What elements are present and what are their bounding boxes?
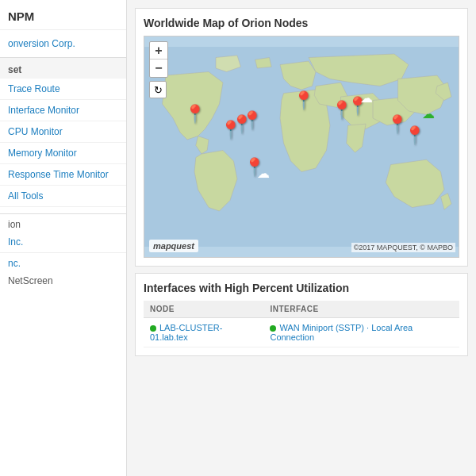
world-map: [144, 36, 459, 257]
interfaces-section: Interfaces with High Percent Utilization…: [135, 273, 468, 356]
sidebar-footer-block: nc. NetScreen: [0, 252, 126, 291]
map-refresh-button[interactable]: ↻: [149, 81, 167, 98]
node-status-dot: [150, 325, 156, 332]
sidebar-section2: ion Inc.: [0, 213, 126, 252]
sidebar-item-interface-monitor[interactable]: Interface Monitor: [0, 100, 126, 121]
interfaces-tbody: LAB-CLUSTER-01.lab.texWAN Miniport (SSTP…: [144, 318, 459, 347]
cloud-marker-3: ☁: [422, 106, 435, 121]
sidebar-nav: Trace RouteInterface MonitorCPU MonitorM…: [0, 79, 126, 207]
sidebar-footer-line2: NetScreen: [0, 274, 126, 291]
map-section: Worldwide Map of Orion Nodes: [135, 8, 468, 267]
interface-cell: WAN Miniport (SSTP) · Local Area Connect…: [263, 318, 459, 347]
map-copyright: ©2017 MAPQUEST, © MAPBO: [351, 243, 455, 252]
col-header-interface: INTERFACE: [263, 301, 459, 318]
interface-name[interactable]: WAN Miniport (SSTP) · Local Area Connect…: [270, 323, 413, 342]
sidebar-item-response-time-monitor[interactable]: Response Time Monitor: [0, 164, 126, 186]
sidebar-header: NPM: [0, 0, 126, 30]
mapquest-logo: mapquest: [149, 240, 198, 252]
sidebar-item-all-tools[interactable]: All Tools: [0, 186, 126, 207]
table-header-row: NODE INTERFACE: [144, 301, 459, 318]
cloud-marker-1: ☁: [257, 166, 270, 181]
main-content: Worldwide Map of Orion Nodes: [127, 0, 476, 476]
sidebar-item-cpu-monitor[interactable]: CPU Monitor: [0, 121, 126, 143]
sidebar-toolset-label: set: [0, 57, 126, 79]
interfaces-table: NODE INTERFACE LAB-CLUSTER-01.lab.texWAN…: [144, 301, 459, 347]
sidebar-footer-line1[interactable]: nc.: [0, 252, 126, 274]
map-pin-red-3[interactable]: 📍: [241, 110, 263, 131]
sidebar-company[interactable]: onversion Corp.: [0, 30, 126, 57]
map-zoom-controls: + −: [149, 41, 168, 78]
cloud-marker-2: ☁: [360, 90, 373, 106]
sidebar-org-line2[interactable]: Inc.: [0, 235, 126, 252]
sidebar-item-memory-monitor[interactable]: Memory Monitor: [0, 143, 126, 164]
sidebar-org-line1: ion: [0, 214, 126, 235]
interface-status-dot: [270, 325, 276, 332]
table-row: LAB-CLUSTER-01.lab.texWAN Miniport (SSTP…: [144, 318, 459, 347]
node-name[interactable]: LAB-CLUSTER-01.lab.tex: [150, 323, 222, 342]
map-pin-green-2[interactable]: 📍: [293, 90, 314, 111]
sidebar: NPM onversion Corp. set Trace RouteInter…: [0, 0, 127, 476]
map-pin-green-7[interactable]: 📍: [404, 125, 425, 146]
node-cell: LAB-CLUSTER-01.lab.tex: [144, 318, 263, 347]
map-pin-green-1[interactable]: 📍: [184, 104, 205, 125]
map-title: Worldwide Map of Orion Nodes: [144, 17, 459, 29]
map-container: + − ↻ 📍 📍 📍 📍 📍 ☁ 📍 📍 📍 ☁ 📍 📍 ☁: [144, 36, 459, 258]
zoom-out-button[interactable]: −: [150, 60, 167, 77]
sidebar-item-trace-route[interactable]: Trace Route: [0, 79, 126, 100]
col-header-node: NODE: [144, 301, 263, 318]
zoom-in-button[interactable]: +: [150, 42, 167, 60]
interfaces-title: Interfaces with High Percent Utilization: [144, 282, 459, 294]
